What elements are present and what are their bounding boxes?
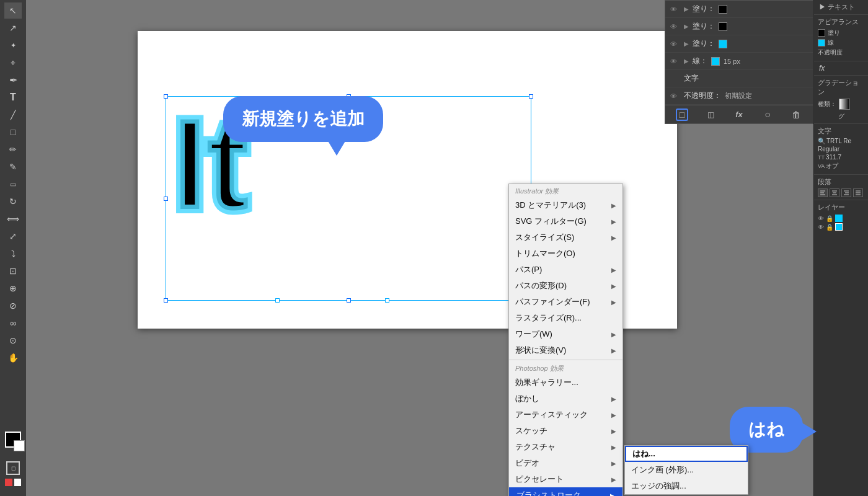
tool-pencil[interactable]: ✎ — [4, 159, 22, 175]
menu-arrow-texture: ▶ — [611, 444, 616, 451]
color-mode-rgb[interactable] — [5, 479, 12, 486]
tool-lasso[interactable]: ⌖ — [4, 55, 22, 71]
tool-rotate[interactable]: ↻ — [4, 193, 22, 210]
menu-arrow-3d: ▶ — [611, 202, 616, 209]
menu-item-pathfinder-label: パスファインダー(F) — [515, 296, 590, 308]
layer-row-2: 👁 🔒 — [818, 223, 864, 231]
menu-arrow-svg: ▶ — [611, 218, 616, 225]
arrow-icon-3: ▶ — [684, 40, 689, 47]
fill-color-box[interactable] — [5, 432, 21, 448]
stroke-color-box[interactable]: ◻ — [6, 461, 20, 475]
menu-item-trim[interactable]: トリムマーク(O) — [509, 246, 622, 262]
layer-lock-2[interactable]: 🔒 — [826, 224, 833, 231]
tool-magic-wand[interactable]: ✦ — [4, 37, 22, 53]
menu-item-sketch-label: スケッチ — [515, 425, 547, 436]
right-paragraph-title: 段落 — [818, 177, 864, 187]
tool-rectangle[interactable]: □ — [4, 124, 22, 140]
menu-item-rasterize[interactable]: ラスタライズ(R)... — [509, 310, 622, 326]
right-appearance-title: アピアランス — [818, 17, 864, 27]
stroke-swatch-cyan[interactable] — [711, 57, 720, 66]
menu-item-effect-gallery[interactable]: 効果ギャラリー... — [509, 374, 622, 391]
menu-item-pathfinder[interactable]: パスファインダー(F) ▶ — [509, 294, 622, 310]
menu-item-video[interactable]: ビデオ ▶ — [509, 455, 622, 471]
menu-item-shape-convert[interactable]: 形状に変換(V) ▶ — [509, 342, 622, 358]
color-mode-white[interactable] — [14, 479, 22, 486]
right-fx-section[interactable]: fx — [814, 61, 868, 76]
right-gradient-section: グラデーション 種類： グ — [814, 76, 868, 124]
align-center-btn[interactable] — [830, 188, 839, 197]
layer-eye-2[interactable]: 👁 — [818, 224, 824, 231]
fill-swatch-black-1[interactable] — [719, 5, 727, 14]
menu-item-pixelate[interactable]: ピクセレート ▶ — [509, 471, 622, 487]
eye-icon-1[interactable]: 👁 — [670, 6, 680, 13]
tool-scale[interactable]: ⤢ — [4, 228, 22, 244]
tool-paintbrush[interactable]: ✏ — [4, 141, 22, 157]
fx-btn[interactable]: fx — [733, 108, 745, 121]
menu-item-rasterize-label: ラスタライズ(R)... — [515, 312, 582, 324]
tool-type[interactable]: T — [4, 89, 22, 105]
menu-item-brush-stroke[interactable]: ブラシストローク ▶ — [509, 487, 622, 496]
menu-section-photoshop: Photoshop 効果 — [509, 361, 622, 374]
right-gradient-swatch[interactable] — [839, 99, 850, 110]
delete-appearance-btn[interactable]: 🗑 — [790, 108, 802, 121]
stroke-square-btn[interactable]: ◫ — [704, 108, 717, 121]
menu-item-texture[interactable]: テクスチャ ▶ — [509, 439, 622, 455]
menu-item-path-transform[interactable]: パスの変形(D) ▶ — [509, 278, 622, 294]
submenu-item-hane[interactable]: はね... — [625, 446, 748, 462]
menu-item-svg[interactable]: SVG フィルター(G) ▶ — [509, 213, 622, 229]
stroke-row-cyan[interactable]: 👁 ▶ 線： 15 px — [665, 53, 813, 70]
tool-warp[interactable]: ⤵ — [4, 246, 22, 262]
submenu-item-ink[interactable]: インク画 (外形)... — [625, 462, 748, 478]
new-appearance-btn[interactable]: ○ — [761, 108, 774, 121]
align-left-btn[interactable] — [818, 188, 828, 197]
fill-row-cyan[interactable]: 👁 ▶ 塗り： — [665, 35, 813, 53]
tool-shape-builder[interactable]: ⊕ — [4, 280, 22, 296]
submenu-edge-label: エッジの強調... — [631, 480, 686, 492]
right-font-size[interactable]: 311.7 — [826, 154, 841, 161]
fill-label-2: 塗り： — [693, 21, 715, 32]
menu-arrow-shape-convert: ▶ — [611, 347, 616, 354]
tool-eyedropper[interactable]: ⊘ — [4, 298, 22, 314]
right-optical-value[interactable]: オプ — [826, 162, 838, 170]
tool-selection[interactable]: ↖ — [4, 2, 22, 19]
fill-swatch-cyan[interactable] — [719, 40, 727, 48]
menu-item-stylize[interactable]: スタイライズ(S) ▶ — [509, 229, 622, 246]
right-typography-title: 文字 — [818, 126, 864, 136]
eye-icon-5[interactable]: 👁 — [670, 92, 680, 100]
tool-blend[interactable]: ∞ — [4, 315, 22, 331]
menu-item-warp[interactable]: ワープ(W) ▶ — [509, 326, 622, 342]
fill-row-black-1[interactable]: 👁 ▶ 塗り： — [665, 1, 813, 18]
right-font-name[interactable]: TRTL Re — [826, 138, 851, 144]
tool-eraser[interactable]: ▭ — [4, 176, 22, 192]
fill-row-black-2[interactable]: 👁 ▶ 塗り： — [665, 18, 813, 35]
menu-item-texture-label: テクスチャ — [515, 441, 556, 453]
eye-icon-4[interactable]: 👁 — [670, 58, 680, 65]
align-justify-btn[interactable] — [853, 188, 863, 197]
appearance-toolbar: □ ◫ fx ○ 🗑 — [665, 105, 813, 123]
tool-mirror[interactable]: ⟺ — [4, 211, 22, 227]
opacity-row[interactable]: 👁 不透明度： 初期設定 — [665, 87, 813, 105]
fill-swatch-black-2[interactable] — [719, 22, 727, 31]
align-right-btn[interactable] — [841, 188, 851, 197]
fill-square-btn[interactable]: □ — [676, 108, 688, 121]
submenu-item-edge[interactable]: エッジの強調... — [625, 478, 748, 494]
menu-item-artistic[interactable]: アーティスティック ▶ — [509, 407, 622, 423]
menu-item-sketch[interactable]: スケッチ ▶ — [509, 423, 622, 439]
tool-direct-selection[interactable]: ↗ — [4, 20, 22, 36]
menu-item-blur[interactable]: ぼかし ▶ — [509, 391, 622, 407]
layer-eye-1[interactable]: 👁 — [818, 215, 824, 222]
left-toolbar: ↖ ↗ ✦ ⌖ ✒ T ╱ □ ✏ ✎ ▭ ↻ ⟺ ⤢ ⤵ ⊡ ⊕ ⊘ ∞ ⊙ … — [0, 0, 26, 496]
right-text-section: ▶ テキスト — [814, 0, 868, 15]
eye-icon-2[interactable]: 👁 — [670, 23, 680, 30]
tool-line[interactable]: ╱ — [4, 107, 22, 123]
tool-pen[interactable]: ✒ — [4, 72, 22, 88]
layer-lock-1[interactable]: 🔒 — [826, 215, 833, 222]
tool-free-transform[interactable]: ⊡ — [4, 263, 22, 279]
menu-item-3d[interactable]: 3D とマテリアル(3) ▶ — [509, 197, 622, 213]
tool-hand[interactable]: ✋ — [4, 350, 22, 366]
menu-arrow-blur: ▶ — [611, 396, 616, 402]
menu-item-path[interactable]: パス(P) ▶ — [509, 262, 622, 278]
right-font-style[interactable]: Regular — [818, 146, 864, 153]
eye-icon-3[interactable]: 👁 — [670, 40, 680, 48]
tool-zoom[interactable]: ⊙ — [4, 332, 22, 348]
